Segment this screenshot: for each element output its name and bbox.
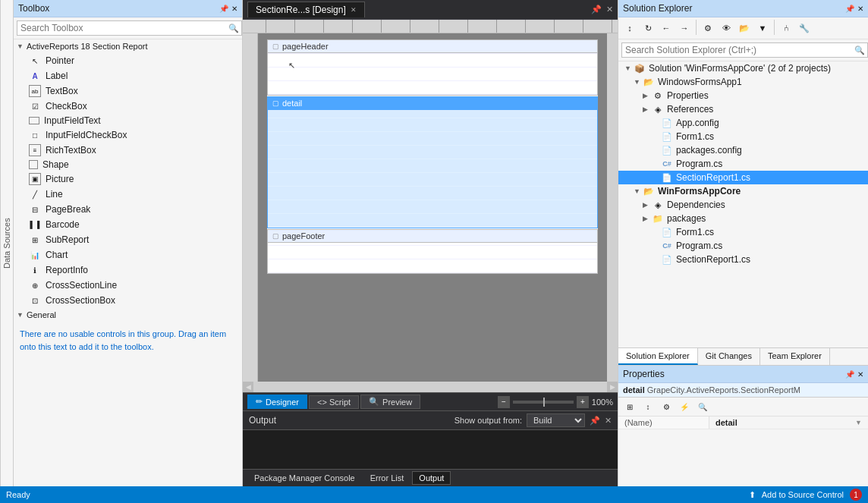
vertical-scrollbar[interactable] bbox=[607, 33, 618, 382]
shape-icon bbox=[29, 160, 38, 169]
section-detail-body[interactable]: ↖ bbox=[268, 110, 597, 228]
toolbox-item-label-chart: Chart bbox=[46, 250, 68, 260]
toolbox-item-pointer[interactable]: ↖ Pointer bbox=[14, 53, 242, 68]
status-source-control-icon: ⬆ bbox=[749, 490, 756, 500]
sol-tool-show-all-btn[interactable]: 📂 bbox=[736, 20, 753, 36]
center-panel: SectionRe...s [Design] ✕ 📌 ✕ bbox=[243, 0, 618, 486]
sol-tool-refresh-btn[interactable]: ↻ bbox=[640, 20, 656, 36]
zoom-slider-track[interactable] bbox=[513, 401, 574, 404]
sol-item-references[interactable]: ▶ ◈ References bbox=[618, 102, 868, 116]
sol-item-solution[interactable]: ▼ 📦 Solution 'WinFormsAppCore' (2 of 2 p… bbox=[618, 61, 868, 75]
designer-close-icon[interactable]: ✕ bbox=[606, 5, 613, 14]
sol-tab-team-explorer[interactable]: Team Explorer bbox=[760, 348, 830, 365]
sol-item-form1cs[interactable]: 📄 Form1.cs bbox=[618, 130, 868, 143]
sol-item-appconfig[interactable]: 📄 App.config bbox=[618, 116, 868, 130]
toolbox-item-chart[interactable]: 📊 Chart bbox=[14, 247, 242, 263]
designer-tab-section-report[interactable]: SectionRe...s [Design] ✕ bbox=[247, 2, 365, 17]
pin-icon[interactable]: 📌 bbox=[219, 5, 228, 13]
zoom-slider-thumb[interactable] bbox=[543, 398, 545, 407]
sol-tab-solution-explorer[interactable]: Solution Explorer bbox=[618, 348, 698, 365]
data-sources-tab[interactable]: Data Sources bbox=[0, 0, 14, 486]
sol-tool-properties-btn[interactable]: ⚙ bbox=[700, 20, 716, 36]
horizontal-scrollbar[interactable]: ◀ ▶ bbox=[243, 382, 618, 392]
toolbox-item-crosssectionbox[interactable]: ⊡ CrossSectionBox bbox=[14, 293, 242, 308]
sol-close-icon[interactable]: ✕ bbox=[857, 5, 863, 13]
sol-item-dependencies[interactable]: ▶ ◈ Dependencies bbox=[618, 198, 868, 212]
section-pageheader-header[interactable]: ▢ pageHeader bbox=[268, 40, 597, 53]
toolbox-item-richtextbox[interactable]: ≡ RichTextBox bbox=[14, 143, 242, 158]
section-pageheader-body[interactable] bbox=[268, 53, 597, 95]
section-pagefooter-body[interactable] bbox=[268, 243, 597, 273]
designer-auto-hide-icon[interactable]: 📌 bbox=[591, 5, 602, 14]
toolbox-item-picture[interactable]: ▣ Picture bbox=[14, 171, 242, 187]
sol-item-packagesconfig[interactable]: 📄 packages.config bbox=[618, 143, 868, 157]
sol-item-packages[interactable]: ▶ 📁 packages bbox=[618, 212, 868, 225]
designer-tab-close-icon[interactable]: ✕ bbox=[351, 6, 357, 14]
props-properties-btn[interactable]: ⚙ bbox=[658, 399, 675, 414]
close-icon[interactable]: ✕ bbox=[231, 5, 237, 13]
zoom-out-button[interactable]: − bbox=[498, 396, 510, 408]
design-canvas[interactable]: ▢ pageHeader ▢ detail bbox=[258, 33, 607, 382]
output-show-from-label: Show output from: bbox=[454, 416, 522, 425]
props-alphabetical-btn[interactable]: ↕ bbox=[640, 399, 656, 414]
toolbox-item-textbox[interactable]: ab TextBox bbox=[14, 83, 242, 99]
props-pin-icon[interactable]: 📌 bbox=[845, 370, 854, 379]
toolbox-item-label[interactable]: A Label bbox=[14, 68, 242, 83]
output-tab-packagemanager[interactable]: Package Manager Console bbox=[247, 471, 362, 485]
output-close-icon[interactable]: ✕ bbox=[605, 416, 612, 426]
props-events-btn[interactable]: ⚡ bbox=[676, 399, 693, 414]
designer-tab-preview[interactable]: 🔍 Preview bbox=[360, 395, 420, 409]
toolbox-item-checkbox[interactable]: ☑ CheckBox bbox=[14, 99, 242, 114]
toolbox-section-header[interactable]: ▼ ActiveReports 18 Section Report bbox=[14, 39, 242, 53]
properties-title: Properties bbox=[623, 369, 665, 379]
designer-tab-designer[interactable]: ✏ Designer bbox=[247, 395, 307, 409]
toolbox-item-inputfieldtext[interactable]: InputFieldText bbox=[14, 114, 242, 127]
toolbox-panel: Toolbox 📌 ✕ 🔍 ▼ ActiveReports 18 Section… bbox=[14, 0, 243, 486]
sol-programcs2-icon: C# bbox=[661, 242, 673, 250]
toolbox-item-inputfieldcheckbox[interactable]: □ InputFieldCheckBox bbox=[14, 127, 242, 143]
toolbox-search-input[interactable] bbox=[17, 20, 242, 36]
properties-header: Properties 📌 ✕ bbox=[618, 366, 868, 383]
sol-item-form1cs2[interactable]: 📄 Form1.cs bbox=[618, 225, 868, 239]
sol-tool-settings-btn[interactable]: 🔧 bbox=[796, 20, 813, 36]
sol-item-sectionreport1cs2[interactable]: 📄 SectionReport1.cs bbox=[618, 253, 868, 266]
hscroll-right-btn[interactable]: ▶ bbox=[607, 382, 618, 392]
sol-tool-forward-btn[interactable]: → bbox=[676, 20, 693, 36]
zoom-in-button[interactable]: + bbox=[577, 396, 589, 408]
toolbox-item-crosssectionline[interactable]: ⊕ CrossSectionLine bbox=[14, 278, 242, 293]
sol-item-programcs1[interactable]: C# Program.cs bbox=[618, 157, 868, 171]
sol-tool-git-btn[interactable]: ⑃ bbox=[778, 20, 794, 36]
toolbox-item-subreport[interactable]: ⊞ SubReport bbox=[14, 232, 242, 247]
toolbox-item-pagebreak[interactable]: ⊟ PageBreak bbox=[14, 202, 242, 217]
sol-item-winformsapp1[interactable]: ▼ 📂 WindowsFormsApp1 bbox=[618, 75, 868, 89]
sol-pin-icon[interactable]: 📌 bbox=[845, 5, 854, 13]
props-categorized-btn[interactable]: ⊞ bbox=[621, 399, 638, 414]
status-add-source-label[interactable]: Add to Source Control bbox=[762, 490, 844, 499]
output-tab-errorlist[interactable]: Error List bbox=[363, 471, 411, 485]
props-close-icon[interactable]: ✕ bbox=[857, 370, 863, 379]
designer-tab-script[interactable]: <> Script bbox=[309, 395, 359, 409]
toolbox-item-barcode[interactable]: ▌▐ Barcode bbox=[14, 217, 242, 232]
sol-tool-preview-btn[interactable]: 👁 bbox=[718, 20, 734, 36]
sol-tool-back-btn[interactable]: ← bbox=[658, 20, 675, 36]
sol-tool-filter-btn[interactable]: ▼ bbox=[754, 20, 771, 36]
output-pin-icon[interactable]: 📌 bbox=[590, 416, 600, 426]
sol-item-programcs2[interactable]: C# Program.cs bbox=[618, 239, 868, 253]
sol-item-properties[interactable]: ▶ ⚙ Properties bbox=[618, 89, 868, 102]
section-pagefooter-header[interactable]: ▢ pageFooter bbox=[268, 230, 597, 243]
solution-search-input[interactable] bbox=[621, 42, 868, 58]
toolbox-general-section-header[interactable]: ▼ General bbox=[14, 308, 242, 322]
sol-item-winformsappcore[interactable]: ▼ 📂 WinFormsAppCore bbox=[618, 184, 868, 198]
toolbox-item-shape[interactable]: Shape bbox=[14, 158, 242, 171]
toolbox-item-reportinfo[interactable]: ℹ ReportInfo bbox=[14, 263, 242, 278]
sol-tool-sync-btn[interactable]: ↕ bbox=[621, 20, 638, 36]
sol-tab-git-changes[interactable]: Git Changes bbox=[698, 348, 760, 365]
toolbox-item-line[interactable]: ╱ Line bbox=[14, 187, 242, 202]
props-search-btn[interactable]: 🔍 bbox=[694, 399, 711, 414]
section-detail-header[interactable]: ▢ detail bbox=[268, 97, 597, 110]
hscroll-left-btn[interactable]: ◀ bbox=[243, 382, 253, 392]
output-source-select[interactable]: Build Debug Errors Warnings bbox=[527, 413, 585, 427]
output-tab-output[interactable]: Output bbox=[412, 471, 451, 485]
solution-search-area: 🔍 bbox=[618, 39, 868, 61]
sol-item-sectionreport1cs[interactable]: 📄 SectionReport1.cs bbox=[618, 171, 868, 184]
